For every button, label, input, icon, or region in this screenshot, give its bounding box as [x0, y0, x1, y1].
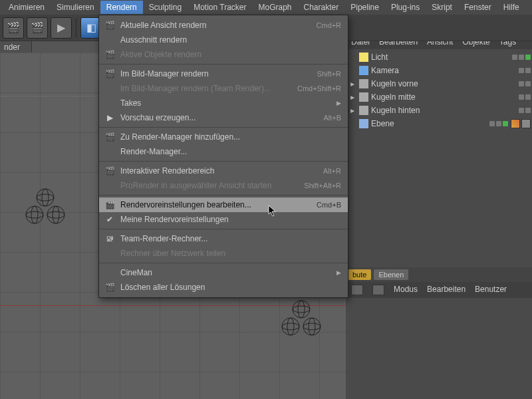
- menuitem[interactable]: 🖳Team-Render-Rechner...: [99, 231, 348, 246]
- attr-menu-modus[interactable]: Modus: [394, 285, 418, 295]
- object-row[interactable]: Licht: [348, 51, 531, 64]
- object-name: Ebene: [371, 119, 487, 128]
- svg-point-8: [47, 211, 65, 218]
- object-name: Kamera: [371, 66, 516, 75]
- object-name: Kugeln hinten: [371, 106, 516, 115]
- expand-toggle-icon[interactable]: ▸: [348, 106, 356, 115]
- menubar: AnimierenSimulierenRendernSculptingMotio…: [0, 0, 532, 15]
- svg-point-16: [309, 318, 315, 335]
- visibility-dots[interactable]: [519, 108, 531, 113]
- object-name: Kugeln mitte: [371, 92, 516, 102]
- svg-point-1: [42, 189, 49, 206]
- attribute-submenu: ModusBearbeitenBenutzer: [346, 282, 532, 298]
- expand-toggle-icon[interactable]: ▸: [348, 92, 356, 102]
- menuitem[interactable]: 🎬Im Bild-Manager rendernShift+R: [99, 66, 348, 81]
- attr-tab-ebenen[interactable]: Ebenen: [374, 269, 408, 280]
- null-icon: [359, 92, 368, 102]
- svg-point-4: [31, 206, 38, 223]
- pic-icon: 🎬: [103, 69, 116, 78]
- visibility-dots[interactable]: [512, 55, 531, 60]
- null-icon: [359, 106, 368, 115]
- menu-hilfe[interactable]: Hilfe: [497, 1, 525, 14]
- render-region-button[interactable]: 🎬: [27, 17, 48, 39]
- menu-skript[interactable]: Skript: [426, 1, 458, 14]
- svg-point-0: [37, 189, 54, 206]
- menuitem: 🎬Aktive Objekte rendern: [99, 47, 348, 62]
- menuitem-label: Löschen aller Lösungen: [116, 283, 341, 292]
- menuitem-label: Meine Rendervoreinstellungen: [116, 215, 341, 224]
- menuitem[interactable]: 🎬Rendervoreinstellungen bearbeiten...Cmd…: [99, 198, 348, 212]
- shortcut-label: Shift+Alt+R: [296, 182, 341, 190]
- object-row[interactable]: ▸Kugeln mitte: [348, 90, 531, 104]
- menu-charakter[interactable]: Charakter: [298, 1, 345, 14]
- attr-menu-bearbeiten[interactable]: Bearbeiten: [427, 285, 466, 295]
- tab-label-partial: nder: [0, 41, 32, 53]
- irr-icon: 🎬: [103, 166, 116, 176]
- menu-sculpting[interactable]: Sculpting: [143, 1, 188, 14]
- menuitem-label: Team-Render-Rechner...: [116, 234, 341, 243]
- svg-point-9: [293, 301, 310, 318]
- nav-back-icon[interactable]: [351, 285, 363, 295]
- svg-point-14: [282, 323, 299, 330]
- menuitem[interactable]: CineMan▶: [99, 265, 348, 280]
- menuitem-label: Rendervoreinstellungen bearbeiten...: [116, 200, 309, 209]
- menuitem: Rechner über Netzwerk teilen: [99, 246, 348, 261]
- svg-point-11: [293, 306, 310, 313]
- visibility-dots[interactable]: [519, 94, 531, 100]
- shortcut-label: Alt+B: [315, 114, 341, 122]
- object-row[interactable]: Ebene: [348, 117, 531, 130]
- menuitem-label: Im Bild-Manager rendern: [116, 69, 309, 78]
- menuitem-label: Aktive Objekte rendern: [116, 50, 341, 59]
- menuitem-label: Ausschnitt rendern: [116, 35, 341, 45]
- submenu-arrow-icon: ▶: [330, 100, 341, 106]
- plane-icon: [359, 119, 368, 128]
- shortcut-label: Shift+R: [309, 70, 341, 78]
- wireframe-cluster: [22, 188, 68, 231]
- object-manager-list: LichtKamera▸Kugeln vorne▸Kugeln mitte▸Ku…: [346, 49, 532, 134]
- render-manager-button[interactable]: ▶: [51, 17, 72, 39]
- menuitem[interactable]: 🎬Löschen aller Lösungen: [99, 280, 348, 295]
- attribute-tabs: buteEbenen: [346, 267, 532, 282]
- menuitem[interactable]: Render-Manager...: [99, 144, 348, 159]
- menuitem[interactable]: Ausschnitt rendern: [99, 33, 348, 47]
- render-menu-dropdown: 🎬Aktuelle Ansicht rendernCmd+RAusschnitt…: [98, 15, 348, 298]
- menuitem[interactable]: 🎬Interaktiver RenderbereichAlt+R: [99, 164, 348, 178]
- render-view-button[interactable]: 🎬: [3, 17, 24, 39]
- svg-point-10: [298, 301, 305, 318]
- shortcut-label: Cmd+Shift+R: [289, 84, 341, 92]
- menuitem-label: Vorschau erzeugen...: [116, 113, 315, 122]
- menuitem-label: Zu Render-Manager hinzufügen...: [116, 132, 341, 142]
- menu-mograph[interactable]: MoGraph: [253, 1, 298, 14]
- menuitem[interactable]: 🎬Zu Render-Manager hinzufügen...: [99, 130, 348, 144]
- menuitem[interactable]: ✔Meine Rendervoreinstellungen: [99, 212, 348, 227]
- visibility-dots[interactable]: [519, 81, 531, 86]
- attr-menu-benutzer[interactable]: Benutzer: [475, 285, 507, 295]
- menu-plug-ins[interactable]: Plug-ins: [385, 1, 426, 14]
- object-row[interactable]: Kamera: [348, 64, 531, 77]
- object-tags[interactable]: [511, 119, 531, 128]
- menuitem: Im Bild-Manager rendern (Team Render)...…: [99, 81, 348, 96]
- svg-point-17: [303, 323, 321, 330]
- nav-fwd-icon[interactable]: [372, 285, 384, 295]
- visibility-dots[interactable]: [519, 68, 531, 73]
- menu-rendern[interactable]: Rendern: [100, 1, 143, 14]
- object-row[interactable]: ▸Kugeln hinten: [348, 104, 531, 117]
- menuitem[interactable]: Takes▶: [99, 96, 348, 110]
- menuitem[interactable]: 🎬Aktuelle Ansicht rendernCmd+R: [99, 18, 348, 33]
- visibility-dots[interactable]: [489, 121, 508, 126]
- menu-simulieren[interactable]: Simulieren: [51, 1, 100, 14]
- attr-tab-bute[interactable]: bute: [348, 269, 371, 280]
- check-icon: ✔: [103, 215, 116, 224]
- clapper-icon: 🎬: [103, 21, 116, 30]
- menu-fenster[interactable]: Fenster: [458, 1, 497, 14]
- expand-toggle-icon[interactable]: ▸: [348, 79, 356, 88]
- menu-pipeline[interactable]: Pipeline: [344, 1, 385, 14]
- menuitem[interactable]: ▶Vorschau erzeugen...Alt+B: [99, 110, 348, 125]
- menu-motion tracker[interactable]: Motion Tracker: [188, 1, 252, 14]
- menuitem: ProRender in ausgewählter Ansicht starte…: [99, 178, 348, 193]
- object-row[interactable]: ▸Kugeln vorne: [348, 77, 531, 90]
- menuitem-label: Im Bild-Manager rendern (Team Render)...: [116, 84, 289, 93]
- menuitem-label: CineMan: [116, 268, 330, 277]
- menu-animieren[interactable]: Animieren: [3, 1, 51, 14]
- null-icon: [359, 79, 368, 88]
